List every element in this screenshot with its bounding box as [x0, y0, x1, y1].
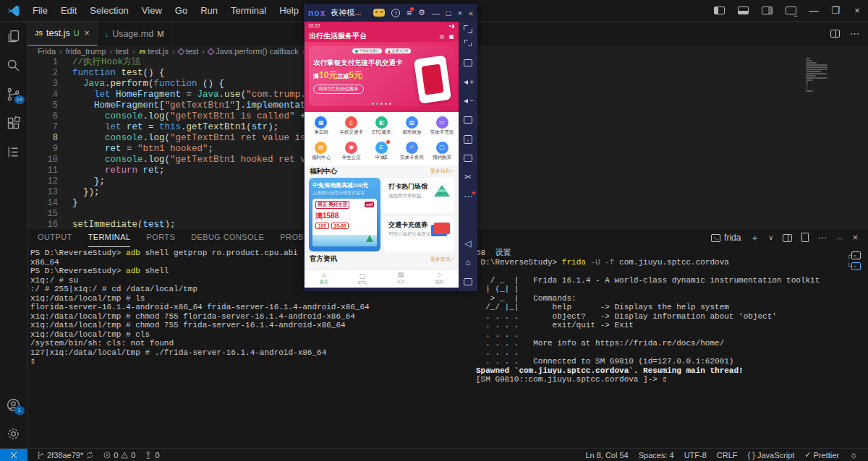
nox-titlebar[interactable]: nox 夜神模... ? ≡ ⚙ — □ × « — [304, 4, 477, 22]
menu-icon[interactable]: ≡ — [407, 8, 412, 18]
breadcrumb-item[interactable]: test — [179, 47, 199, 56]
menu-help[interactable]: Help — [273, 0, 305, 22]
cursor-position[interactable]: Ln 8, Col 54 — [585, 451, 628, 460]
breadcrumb-item[interactable]: frida_trump — [66, 47, 106, 56]
settings-gear-icon[interactable] — [0, 419, 27, 448]
toggle-secondary-sidebar-icon[interactable] — [762, 7, 773, 14]
menu-selection[interactable]: Selection — [83, 0, 135, 22]
extensions-icon[interactable] — [0, 108, 27, 137]
maximize-panel-icon[interactable]: ︿ — [836, 233, 843, 243]
volume-down-icon[interactable]: − — [462, 95, 474, 107]
split-terminal-icon[interactable] — [783, 234, 792, 242]
app-grid-item[interactable]: ✓实体卡查询 — [396, 139, 427, 163]
window-minimize-button[interactable]: — — [803, 0, 825, 22]
terminal-dropdown-icon[interactable]: ∨ — [768, 234, 773, 241]
sync-icon[interactable] — [85, 451, 94, 460]
menu-edit[interactable]: Edit — [54, 0, 83, 22]
breadcrumb-item[interactable]: JStest.js — [138, 47, 169, 56]
tab-testjs[interactable]: JS test.js U × — [27, 22, 98, 46]
scan-icon[interactable]: ▣ — [448, 33, 454, 40]
app-grid-item[interactable]: ▥都市旅游 — [396, 114, 427, 139]
install-apk-icon[interactable] — [462, 134, 474, 145]
toggle-panel-icon[interactable] — [738, 7, 749, 14]
breadcrumb-item[interactable]: Frida — [38, 47, 56, 56]
nox-settings-gear-icon[interactable]: ⚙ — [418, 8, 425, 17]
window-restore-button[interactable]: ❐ — [825, 0, 846, 22]
tab-usagemd[interactable]: ↓ Usage.md M — [98, 22, 172, 46]
formatter-status[interactable]: ✓Prettier — [804, 450, 839, 460]
recharge-voucher-card[interactable]: 交通卡充值券 可按订单积分免费兑换 — [383, 216, 454, 251]
virtual-keyboard-icon[interactable] — [462, 57, 474, 69]
terminal-right-pane[interactable]: 58 设置 D:\ReverseStudy> frida -U -f com.j… — [476, 249, 846, 448]
notifications-bell-icon[interactable] — [849, 451, 858, 460]
language-mode[interactable]: { }JavaScript — [748, 451, 795, 460]
nox-minimize-button[interactable]: — — [432, 9, 440, 17]
customize-layout-icon[interactable] — [786, 7, 796, 14]
volume-up-icon[interactable]: + — [462, 77, 474, 88]
nav-item-卡片[interactable]: ▤卡片 — [382, 270, 420, 288]
tab-close-icon[interactable]: × — [85, 28, 90, 38]
toggle-sidebar-icon[interactable] — [714, 7, 725, 14]
breadcrumb-item[interactable]: test — [116, 47, 129, 56]
indentation-status[interactable]: Spaces: 4 — [639, 451, 674, 460]
welfare-more-link[interactable]: 更多福利 › — [430, 168, 454, 175]
close-panel-icon[interactable]: × — [853, 233, 858, 243]
menu-file[interactable]: File — [26, 0, 54, 22]
shake-icon[interactable] — [462, 152, 474, 164]
panel-tab-terminal[interactable]: TERMINAL — [88, 228, 131, 247]
app-grid-item[interactable]: ▦乘车码 — [306, 114, 336, 139]
new-terminal-icon[interactable]: ＋ — [750, 232, 759, 244]
help-icon[interactable]: ? — [391, 9, 400, 17]
problems-status[interactable]: 0 0 — [103, 451, 135, 460]
encoding-status[interactable]: UTF-8 — [684, 451, 707, 460]
android-back-icon[interactable]: ◁ — [462, 238, 474, 249]
menu-run[interactable]: Run — [194, 0, 224, 22]
accounts-icon[interactable]: 1 — [0, 390, 27, 419]
app-grid-item[interactable]: E申城E — [367, 139, 397, 163]
android-screen[interactable]: 10:22 ▾▮ 出行生活服务平台 ◎ ▣ 中国农业银行 交通卡公司 农行掌银支… — [305, 22, 459, 288]
panel-more-actions-icon[interactable]: ⋯ — [818, 233, 827, 243]
panel-tab-ports[interactable]: PORTS — [146, 228, 175, 247]
search-icon[interactable] — [0, 51, 27, 79]
app-grid-item[interactable]: ▤福利中心 — [306, 139, 336, 163]
duty-free-card[interactable]: 中免海南最高减100元 上海银行信用卡绑支付宝享 周五·美好生活 cdf 满15… — [309, 178, 380, 251]
menu-go[interactable]: Go — [169, 0, 194, 22]
editor-more-actions-icon[interactable]: ⋯ — [850, 28, 859, 39]
nox-close-button[interactable]: × — [457, 9, 461, 17]
app-grid-item[interactable]: ▭实体卡充值 — [427, 114, 457, 139]
nox-maximize-button[interactable]: □ — [446, 9, 451, 17]
nox-emulator-window[interactable]: nox 夜神模... ? ≡ ⚙ — □ × « 10:22 ▾▮ 出行生活服务… — [304, 4, 477, 291]
android-recents-icon[interactable] — [462, 276, 474, 288]
news-more-link[interactable]: 更多资讯 › — [430, 256, 454, 263]
eol-status[interactable]: CRLF — [717, 451, 738, 460]
kill-terminal-icon[interactable] — [801, 234, 809, 242]
minimap[interactable] — [806, 57, 839, 92]
nox-collapse-sidebar-icon[interactable]: « — [469, 9, 473, 17]
panel-tab-debug-console[interactable]: DEBUG CONSOLE — [191, 228, 264, 247]
split-editor-icon[interactable] — [830, 30, 840, 38]
ports-status[interactable]: 0 — [144, 451, 159, 460]
source-control-icon[interactable]: 19 — [0, 79, 27, 108]
screenshot-scissors-icon[interactable]: ✂ — [462, 171, 474, 183]
nav-item-首页[interactable]: ⌂首页 — [305, 270, 343, 288]
outline-icon[interactable] — [0, 137, 27, 166]
terminal-tab-item[interactable]: └>_ — [847, 261, 866, 272]
gamepad-icon[interactable] — [373, 9, 385, 17]
nav-item-我的[interactable]: ○我的 — [420, 270, 459, 288]
app-grid-item[interactable]: ▢预约购买 — [427, 139, 457, 163]
monitor-icon[interactable] — [462, 114, 474, 126]
menu-view[interactable]: View — [135, 0, 169, 22]
app-grid-item[interactable]: ▯手机交通卡 — [336, 114, 367, 139]
menu-terminal[interactable]: Terminal — [224, 0, 273, 22]
nox-fullscreen-icon[interactable] — [462, 24, 474, 35]
more-icon[interactable]: ⋯ — [462, 191, 474, 202]
nox-resize-icon[interactable] — [464, 39, 473, 48]
explorer-icon[interactable] — [0, 22, 27, 51]
window-close-button[interactable]: × — [846, 0, 868, 22]
panel-tab-output[interactable]: OUTPUT — [38, 228, 72, 247]
venue-card[interactable]: 打卡热门场馆 领免费文体权益 — [383, 178, 454, 213]
android-home-icon[interactable]: ⌂ — [462, 257, 474, 268]
terminal-profile[interactable]: >_ frida — [711, 233, 741, 243]
terminal-tab-item[interactable]: ┌>_ — [847, 250, 866, 261]
customer-service-icon[interactable]: ◎ — [439, 33, 444, 40]
